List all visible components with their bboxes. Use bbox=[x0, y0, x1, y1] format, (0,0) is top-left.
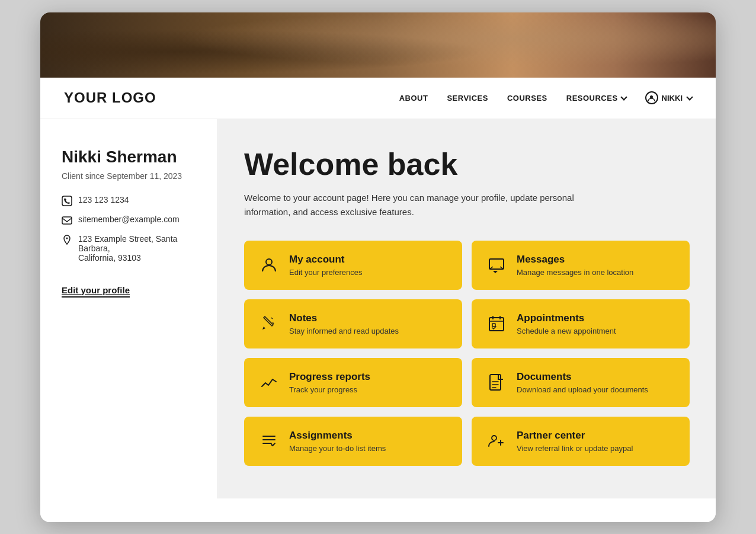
progress-reports-title: Progress reports bbox=[289, 371, 370, 383]
progress-reports-subtitle: Track your progress bbox=[289, 385, 370, 394]
navigation: YOUR LOGO ABOUT SERVICES COURSES RESOURC… bbox=[40, 78, 716, 119]
phone-icon bbox=[62, 196, 72, 206]
main-container: YOUR LOGO ABOUT SERVICES COURSES RESOURC… bbox=[40, 12, 716, 522]
hero-banner bbox=[40, 12, 716, 78]
appointments-title: Appointments bbox=[517, 312, 616, 324]
svg-rect-7 bbox=[492, 324, 495, 327]
assignments-card[interactable]: Assignments Manage your to-do list items bbox=[244, 417, 462, 466]
logo: YOUR LOGO bbox=[64, 89, 156, 106]
notes-icon bbox=[258, 313, 280, 334]
notes-title: Notes bbox=[289, 312, 399, 324]
appointments-card[interactable]: Appointments Schedule a new appointment bbox=[472, 299, 690, 348]
main-card: YOUR LOGO ABOUT SERVICES COURSES RESOURC… bbox=[40, 78, 716, 522]
messages-card[interactable]: Messages Manage messages in one location bbox=[472, 241, 690, 290]
appointments-icon bbox=[486, 313, 507, 334]
email-icon bbox=[62, 215, 72, 226]
messages-title: Messages bbox=[517, 254, 633, 266]
welcome-description: Welcome to your account page! Here you c… bbox=[244, 191, 611, 219]
partner-icon bbox=[486, 430, 507, 452]
assignments-icon bbox=[258, 430, 280, 452]
svg-rect-2 bbox=[62, 217, 72, 224]
email-address: sitemember@example.com bbox=[78, 215, 180, 224]
my-account-title: My account bbox=[289, 254, 363, 266]
documents-subtitle: Download and upload your documents bbox=[517, 385, 648, 394]
client-since: Client since September 11, 2023 bbox=[62, 171, 196, 181]
user-chevron-icon bbox=[686, 94, 693, 100]
svg-point-3 bbox=[66, 237, 68, 239]
nav-user[interactable]: NIKKI bbox=[645, 91, 692, 104]
phone-contact: 123 123 1234 bbox=[62, 195, 196, 206]
welcome-title: Welcome back bbox=[244, 148, 690, 181]
content-area: Nikki Sherman Client since September 11,… bbox=[40, 119, 716, 498]
svg-rect-6 bbox=[489, 318, 504, 331]
documents-icon bbox=[486, 372, 507, 393]
phone-number: 123 123 1234 bbox=[78, 195, 129, 204]
edit-profile-link[interactable]: Edit your profile bbox=[62, 285, 130, 298]
svg-rect-1 bbox=[62, 196, 72, 206]
address-line1: 123 Example Street, Santa Barbara, bbox=[78, 234, 196, 253]
address-line2: California, 93103 bbox=[78, 253, 196, 263]
user-avatar-icon bbox=[648, 94, 655, 102]
partner-center-card[interactable]: Partner center View referral link or upd… bbox=[472, 417, 690, 466]
bottom-padding bbox=[40, 498, 716, 522]
my-account-subtitle: Edit your preferences bbox=[289, 268, 363, 277]
svg-point-9 bbox=[492, 436, 496, 440]
user-name: Nikki Sherman bbox=[62, 148, 196, 167]
nav-courses[interactable]: COURSES bbox=[507, 94, 547, 103]
nav-resources[interactable]: RESOURCES bbox=[566, 94, 626, 103]
nav-about[interactable]: ABOUT bbox=[399, 94, 428, 103]
assignments-subtitle: Manage your to-do list items bbox=[289, 444, 386, 453]
progress-reports-card[interactable]: Progress reports Track your progress bbox=[244, 358, 462, 407]
resources-chevron-icon bbox=[620, 94, 627, 100]
documents-title: Documents bbox=[517, 371, 648, 383]
messages-icon bbox=[486, 254, 507, 276]
address-contact: 123 Example Street, Santa Barbara, Calif… bbox=[62, 234, 196, 263]
account-icon bbox=[258, 254, 280, 276]
main-content: Welcome back Welcome to your account pag… bbox=[218, 119, 716, 498]
documents-card[interactable]: Documents Download and upload your docum… bbox=[472, 358, 690, 407]
sidebar: Nikki Sherman Client since September 11,… bbox=[40, 119, 218, 498]
partner-center-title: Partner center bbox=[517, 430, 633, 442]
partner-center-subtitle: View referral link or update paypal bbox=[517, 444, 633, 453]
address-icon bbox=[62, 235, 72, 245]
user-icon bbox=[645, 91, 658, 104]
nav-links: ABOUT SERVICES COURSES RESOURCES NIKKI bbox=[399, 91, 692, 104]
assignments-title: Assignments bbox=[289, 430, 386, 442]
nav-services[interactable]: SERVICES bbox=[447, 94, 488, 103]
cards-grid: My account Edit your preferences bbox=[244, 241, 690, 466]
my-account-card[interactable]: My account Edit your preferences bbox=[244, 241, 462, 290]
svg-point-4 bbox=[266, 259, 272, 265]
appointments-subtitle: Schedule a new appointment bbox=[517, 327, 616, 335]
notes-subtitle: Stay informed and read updates bbox=[289, 327, 399, 335]
email-contact: sitemember@example.com bbox=[62, 215, 196, 226]
messages-subtitle: Manage messages in one location bbox=[517, 268, 633, 277]
progress-icon bbox=[258, 372, 280, 393]
notes-card[interactable]: Notes Stay informed and read updates bbox=[244, 299, 462, 348]
